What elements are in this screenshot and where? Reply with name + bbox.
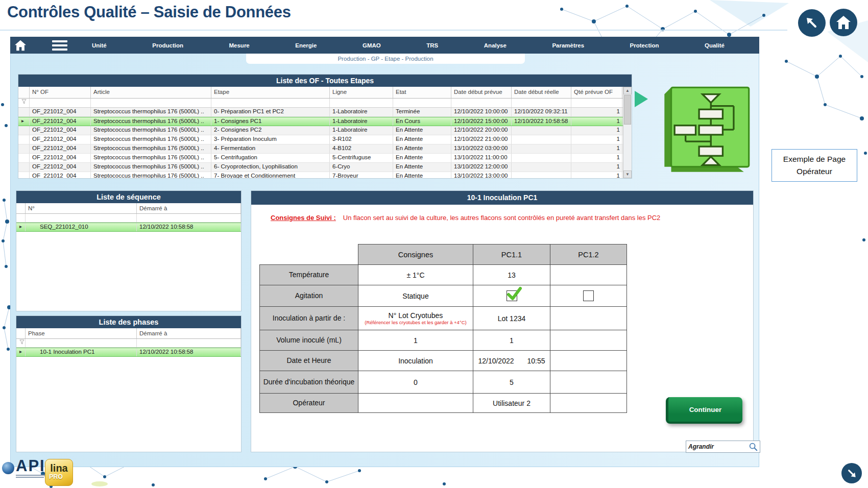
scroll-down-icon[interactable]: ▼ bbox=[623, 170, 632, 178]
detail-value-cell[interactable]: Utilisateur 2 bbox=[473, 394, 550, 413]
detail-value-cell[interactable]: Lot 1234 bbox=[473, 307, 550, 330]
of-cell: 1 bbox=[571, 117, 622, 126]
of-cell: 0- Préparation PC1 et PC2 bbox=[211, 108, 330, 116]
filter-cell[interactable] bbox=[451, 99, 512, 107]
filter-cell[interactable] bbox=[26, 214, 137, 222]
nav-item-production[interactable]: Production bbox=[148, 40, 187, 51]
detail-value-cell: Statique bbox=[358, 285, 473, 307]
detail-value-cell[interactable]: 12/10/202210:55 bbox=[473, 351, 550, 371]
filter-cell[interactable] bbox=[137, 214, 241, 222]
of-table-scrollbar[interactable]: ▲ ▼ bbox=[623, 87, 632, 178]
filter-cell[interactable] bbox=[137, 339, 241, 347]
play-arrow-button[interactable] bbox=[635, 91, 648, 107]
of-cell: 12/10/2022 21:00:00 bbox=[451, 135, 512, 144]
column-header: Etat bbox=[393, 87, 451, 98]
row-selector[interactable] bbox=[18, 172, 30, 179]
filter-cell[interactable] bbox=[91, 99, 211, 107]
detail-value-cell[interactable] bbox=[550, 265, 627, 285]
row-selector[interactable] bbox=[18, 163, 30, 172]
nav-bar: UnitéProductionMesureEnergieGMAOTRSAnaly… bbox=[10, 37, 759, 54]
filter-funnel-icon bbox=[16, 214, 26, 222]
filter-funnel-icon[interactable] bbox=[18, 99, 30, 107]
detail-value-cell: 0 bbox=[358, 371, 473, 394]
nav-item-protection[interactable]: Protection bbox=[626, 40, 663, 51]
of-table-row[interactable]: ▸OF_221012_004Streptococcus thermophilus… bbox=[18, 117, 632, 126]
row-selector[interactable] bbox=[18, 135, 30, 144]
of-table-row[interactable]: OF_221012_004Streptococcus thermophilus … bbox=[18, 108, 632, 117]
of-table-filter-row[interactable] bbox=[18, 99, 632, 108]
nav-item-qualité[interactable]: Qualité bbox=[701, 40, 729, 51]
row-selector[interactable] bbox=[18, 108, 30, 116]
phases-header-row: PhaseDémarré à bbox=[16, 328, 241, 339]
filter-cell[interactable] bbox=[30, 99, 91, 107]
detail-value-cell[interactable] bbox=[550, 307, 627, 330]
lina-logo-text: lina bbox=[45, 462, 73, 474]
phases-row[interactable]: ▸10-1 Inoculation PC112/10/2022 10:58:58 bbox=[16, 348, 241, 357]
checkbox-unchecked[interactable] bbox=[583, 290, 594, 301]
detail-value-cell[interactable] bbox=[473, 285, 550, 307]
sequence-filter-row[interactable] bbox=[16, 214, 241, 223]
phases-filter-row[interactable] bbox=[16, 339, 241, 348]
of-table-row[interactable]: OF_221012_004Streptococcus thermophilus … bbox=[18, 163, 632, 172]
detail-value-cell[interactable]: 5 bbox=[473, 371, 550, 394]
of-cell: 13/10/2022 12:00:00 bbox=[451, 163, 512, 172]
row-selector[interactable]: ▸ bbox=[16, 348, 26, 356]
detail-value-cell[interactable] bbox=[550, 371, 627, 394]
row-selector[interactable] bbox=[18, 144, 30, 153]
detail-value-cell[interactable] bbox=[550, 394, 627, 413]
flowchart-icon[interactable] bbox=[663, 86, 751, 176]
detail-value-cell[interactable] bbox=[550, 330, 627, 351]
phases-panel-title: Liste des phases bbox=[16, 316, 241, 328]
row-selector[interactable]: ▸ bbox=[18, 117, 30, 126]
detail-row-label: Durée d'incubation théorique bbox=[260, 371, 358, 394]
nav-item-mesure[interactable]: Mesure bbox=[225, 40, 253, 51]
filter-cell[interactable] bbox=[26, 339, 137, 347]
magnifier-icon[interactable] bbox=[749, 442, 758, 451]
sequence-panel: Liste de séquence N°Démarré à ▸SEQ_22101… bbox=[16, 190, 242, 311]
filter-funnel-icon[interactable] bbox=[16, 339, 26, 347]
filter-cell[interactable] bbox=[211, 99, 330, 107]
next-arrow-button[interactable] bbox=[841, 463, 862, 483]
of-table-row[interactable]: OF_221012_004Streptococcus thermophilus … bbox=[18, 126, 632, 135]
row-selector[interactable] bbox=[18, 154, 30, 162]
of-cell: 13/10/2022 13:00:00 bbox=[451, 172, 512, 179]
cell-text: Lot 1234 bbox=[473, 314, 550, 323]
filter-cell[interactable] bbox=[330, 99, 393, 107]
of-table-row[interactable]: OF_221012_004Streptococcus thermophilus … bbox=[18, 135, 632, 144]
row-selector[interactable] bbox=[18, 126, 30, 135]
of-cell: OF_221012_004 bbox=[30, 117, 91, 126]
agrandir-search[interactable]: Agrandir bbox=[686, 441, 760, 453]
home-button[interactable] bbox=[830, 9, 857, 36]
nav-item-energie[interactable]: Energie bbox=[291, 40, 321, 51]
nav-item-trs[interactable]: TRS bbox=[422, 40, 442, 51]
nav-home-button[interactable] bbox=[10, 37, 31, 54]
filter-cell[interactable] bbox=[571, 99, 622, 107]
menu-hamburger-button[interactable] bbox=[52, 37, 67, 54]
detail-value-cell[interactable]: 1 bbox=[473, 330, 550, 351]
detail-table: ConsignesPC1.1PC1.2Température± 1°C13Agi… bbox=[259, 244, 627, 413]
row-selector[interactable]: ▸ bbox=[16, 223, 26, 231]
detail-value-cell[interactable] bbox=[550, 285, 627, 307]
scrollbar-thumb[interactable] bbox=[624, 95, 631, 125]
sequence-row[interactable]: ▸SEQ_221012_01012/10/2022 10:58:58 bbox=[16, 223, 241, 232]
back-arrow-button[interactable] bbox=[798, 9, 826, 37]
nav-item-unité[interactable]: Unité bbox=[88, 40, 111, 51]
checkbox-checked[interactable] bbox=[507, 290, 517, 301]
home-icon bbox=[836, 15, 851, 30]
nav-item-paramètres[interactable]: Paramètres bbox=[548, 40, 588, 51]
nav-item-gmao[interactable]: GMAO bbox=[358, 40, 385, 51]
of-cell: Streptococcus thermophilus 176 (5000L) .… bbox=[91, 144, 211, 153]
detail-value-cell[interactable]: 13 bbox=[473, 265, 550, 285]
of-table-row[interactable]: OF_221012_004Streptococcus thermophilus … bbox=[18, 172, 632, 179]
filter-cell[interactable] bbox=[393, 99, 451, 107]
filter-cell[interactable] bbox=[512, 99, 571, 107]
title-divider bbox=[0, 30, 787, 31]
nav-item-analyse[interactable]: Analyse bbox=[480, 40, 511, 51]
of-cell bbox=[512, 126, 571, 135]
scroll-up-icon[interactable]: ▲ bbox=[623, 87, 632, 94]
of-table-title: Liste des OF - Toutes Etapes bbox=[18, 75, 632, 87]
continue-button[interactable]: Continuer bbox=[666, 397, 742, 424]
detail-value-cell[interactable] bbox=[550, 351, 627, 371]
of-table-row[interactable]: OF_221012_004Streptococcus thermophilus … bbox=[18, 154, 632, 163]
of-table-row[interactable]: OF_221012_004Streptococcus thermophilus … bbox=[18, 144, 632, 154]
